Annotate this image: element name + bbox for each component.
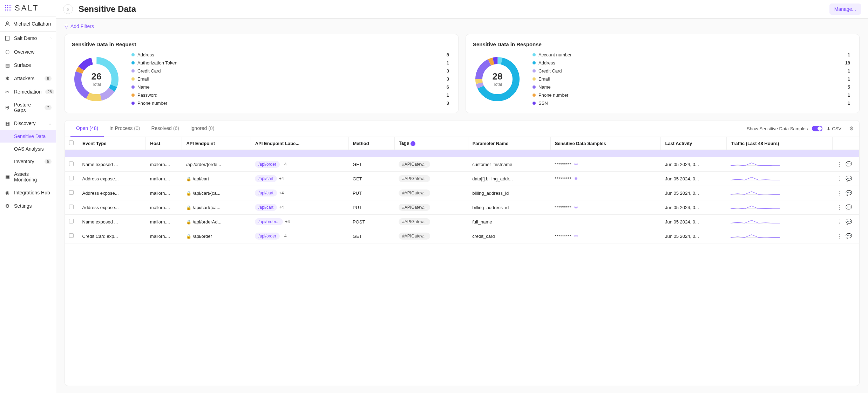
- sidebar-item-integrations[interactable]: ◉ Integrations Hub: [0, 186, 56, 199]
- row-checkbox[interactable]: [69, 233, 74, 238]
- chat-icon[interactable]: 💬: [846, 204, 852, 211]
- col-host[interactable]: Host: [146, 137, 182, 150]
- sidebar-item-oas[interactable]: OAS Analysis: [0, 143, 56, 155]
- legend-item[interactable]: Email1: [533, 76, 850, 82]
- sidebar-item-settings[interactable]: ⚙ Settings: [0, 199, 56, 213]
- chat-icon[interactable]: 💬: [846, 161, 852, 167]
- col-traffic[interactable]: Traffic (Last 48 Hours): [726, 137, 832, 150]
- table-scroll[interactable]: Event Type Host API Endpoint API Endpoin…: [65, 137, 859, 386]
- eye-icon[interactable]: 👁: [574, 162, 578, 167]
- col-event[interactable]: Event Type: [78, 137, 146, 150]
- endpoint-pill[interactable]: /api/cart: [255, 189, 277, 196]
- samples-toggle[interactable]: [812, 126, 822, 131]
- row-menu-button[interactable]: ⋮: [837, 161, 842, 167]
- row-checkbox[interactable]: [69, 205, 74, 209]
- row-menu-button[interactable]: ⋮: [837, 175, 842, 182]
- tab-in-process[interactable]: In Process(0): [104, 120, 145, 137]
- tag-pill[interactable]: #APIGatew...: [399, 161, 430, 168]
- row-checkbox[interactable]: [69, 161, 74, 166]
- sidebar-item-inventory[interactable]: Inventory 5: [0, 155, 56, 168]
- bug-icon: ✱: [4, 75, 11, 82]
- endpoint-pill[interactable]: /api/cart: [255, 204, 277, 211]
- endpoint-pill[interactable]: /api/order: [255, 233, 280, 240]
- eye-icon[interactable]: 👁: [574, 176, 578, 181]
- card-request-title: Sensitive Data in Request: [72, 41, 451, 47]
- table-row[interactable]: Address expose...mallorn....🔒/api/cart/a…: [65, 172, 859, 186]
- sidebar-item-attackers[interactable]: ✱ Attackers 6: [0, 72, 56, 85]
- row-menu-button[interactable]: ⋮: [837, 233, 842, 239]
- legend-item[interactable]: SSN1: [533, 101, 850, 106]
- chat-icon[interactable]: 💬: [846, 175, 852, 182]
- tag-pill[interactable]: #APIGatew...: [399, 204, 430, 211]
- add-filters-button[interactable]: ▽ Add Filters: [65, 23, 94, 29]
- col-last[interactable]: Last Activity: [661, 137, 727, 150]
- more-labels[interactable]: +4: [282, 162, 287, 167]
- table-row[interactable]: Name exposed ...mallorn..../api/order/{o…: [65, 157, 859, 172]
- table-settings-button[interactable]: ⚙: [849, 125, 854, 132]
- tag-pill[interactable]: #APIGatew...: [399, 189, 430, 196]
- row-checkbox[interactable]: [69, 190, 74, 195]
- user-row[interactable]: Michael Callahan: [0, 16, 56, 32]
- more-labels[interactable]: +4: [279, 191, 284, 195]
- col-param[interactable]: Parameter Name: [468, 137, 550, 150]
- sidebar-item-remediation[interactable]: ✂ Remediation 28: [0, 85, 56, 98]
- tab-resolved[interactable]: Resolved(6): [145, 120, 185, 137]
- tag-pill[interactable]: #APIGatew...: [399, 175, 430, 182]
- table-row[interactable]: Name exposed ...mallorn....🔒/api/orderAd…: [65, 215, 859, 229]
- tab-ignored[interactable]: Ignored(0): [185, 120, 220, 137]
- manage-button[interactable]: Manage...: [829, 4, 861, 15]
- chat-icon[interactable]: 💬: [846, 219, 852, 225]
- col-endpoint[interactable]: API Endpoint: [182, 137, 251, 150]
- legend-item[interactable]: Account number1: [533, 52, 850, 57]
- col-samples[interactable]: Sensitive Data Samples: [550, 137, 661, 150]
- chat-icon[interactable]: 💬: [846, 190, 852, 196]
- sidebar-item-surface[interactable]: ▤ Surface: [0, 58, 56, 72]
- tag-pill[interactable]: #APIGatew...: [399, 233, 430, 240]
- legend-item[interactable]: Authorization Token1: [131, 60, 449, 66]
- sidebar-item-assets[interactable]: ▣ Assets Monitoring: [0, 168, 56, 186]
- legend-item[interactable]: Phone number3: [131, 101, 449, 106]
- legend-item[interactable]: Credit Card3: [131, 68, 449, 74]
- context-selector[interactable]: Salt Demo ›: [0, 32, 56, 45]
- legend-item[interactable]: Credit Card1: [533, 68, 850, 74]
- tab-open[interactable]: Open(48): [70, 120, 104, 137]
- row-menu-button[interactable]: ⋮: [837, 219, 842, 225]
- row-menu-button[interactable]: ⋮: [837, 204, 842, 211]
- col-labels[interactable]: API Endpoint Labe...: [251, 137, 348, 150]
- sidebar-item-discovery[interactable]: ▦ Discovery ⌄: [0, 117, 56, 130]
- more-labels[interactable]: +4: [279, 176, 284, 181]
- row-checkbox[interactable]: [69, 219, 74, 223]
- endpoint-pill[interactable]: /api/order...: [255, 218, 283, 225]
- tag-pill[interactable]: #APIGatew...: [399, 218, 430, 225]
- sidebar-item-posture[interactable]: ⛨ Posture Gaps 7: [0, 98, 56, 117]
- table-row[interactable]: Address expose...mallorn....🔒/api/cart/{…: [65, 200, 859, 215]
- eye-icon[interactable]: 👁: [574, 234, 578, 239]
- col-method[interactable]: Method: [348, 137, 394, 150]
- legend-item[interactable]: Phone number1: [533, 92, 850, 98]
- endpoint-pill[interactable]: /api/order: [255, 161, 280, 168]
- legend-item[interactable]: Address18: [533, 60, 850, 66]
- sidebar-collapse-button[interactable]: «: [63, 4, 73, 14]
- more-labels[interactable]: +4: [279, 205, 284, 210]
- legend-item[interactable]: Password1: [131, 92, 449, 98]
- row-menu-button[interactable]: ⋮: [837, 190, 842, 196]
- endpoint-pill[interactable]: /api/cart: [255, 175, 277, 182]
- legend-item[interactable]: Name5: [533, 84, 850, 90]
- cell-host: mallorn....: [146, 157, 182, 172]
- more-labels[interactable]: +4: [285, 219, 290, 224]
- legend-item[interactable]: Email3: [131, 76, 449, 82]
- table-row[interactable]: Credit Card exp...mallorn....🔒/api/order…: [65, 229, 859, 243]
- chat-icon[interactable]: 💬: [846, 233, 852, 239]
- more-labels[interactable]: +4: [282, 234, 287, 239]
- sidebar-item-sensitive-data[interactable]: Sensitive Data: [0, 130, 56, 143]
- donut-response: 28 Total: [473, 55, 522, 104]
- legend-item[interactable]: Address8: [131, 52, 449, 57]
- table-row[interactable]: Address expose...mallorn....🔒/api/cart/{…: [65, 186, 859, 200]
- col-checkbox[interactable]: [65, 137, 78, 150]
- legend-item[interactable]: Name6: [131, 84, 449, 90]
- csv-export-button[interactable]: ⬇CSV: [827, 126, 841, 131]
- sidebar-item-overview[interactable]: ⬡ Overview: [0, 45, 56, 58]
- col-tags[interactable]: Tagsi: [394, 137, 468, 150]
- row-checkbox[interactable]: [69, 176, 74, 180]
- eye-icon[interactable]: 👁: [574, 205, 578, 210]
